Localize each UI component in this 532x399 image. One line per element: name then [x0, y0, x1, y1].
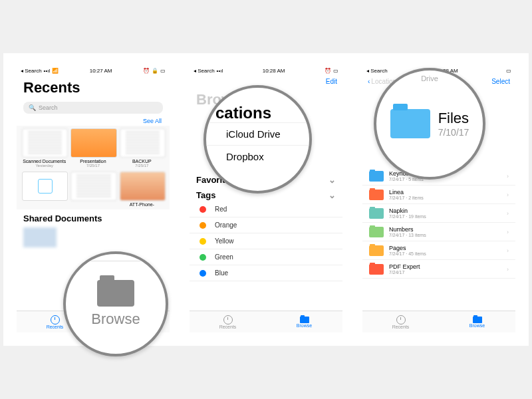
- clock-icon: [223, 315, 233, 325]
- magnifier-locations: cations iCloud Drive Dropbox: [203, 85, 312, 194]
- folder-icon: [390, 109, 430, 138]
- folder-icon: [97, 280, 134, 307]
- folder-icon: [369, 171, 384, 182]
- orientation-lock-icon: 🔒: [152, 68, 158, 74]
- folder-row[interactable]: Linea7/24/17 · 2 items›: [362, 186, 515, 204]
- recent-item[interactable]: Scanned Documents Yesterday: [22, 128, 66, 168]
- tab-browse[interactable]: Browse: [439, 311, 515, 332]
- location-icloud[interactable]: iCloud Drive: [203, 122, 312, 145]
- recents-grid: Scanned Documents Yesterday Presentation…: [17, 126, 170, 209]
- tags-header: Tags: [196, 190, 215, 200]
- tab-browse[interactable]: Browse: [266, 311, 342, 332]
- folder-meta: 7/24/17: [389, 270, 507, 275]
- document-icon: [70, 172, 116, 201]
- folder-meta: 7/24/17 · 19 items: [389, 214, 507, 219]
- chevron-right-icon: ›: [507, 173, 509, 180]
- battery-icon: ▭: [160, 68, 166, 74]
- shared-header: Shared Documents: [23, 213, 102, 223]
- recent-item[interactable]: ATT-Phone-: [120, 172, 164, 207]
- audio-icon: [22, 172, 68, 201]
- folder-meta: 7/24/17 · 13 items: [389, 233, 507, 237]
- folder-icon: [300, 317, 309, 323]
- status-time: 10:28 AM: [263, 68, 285, 74]
- folder-row[interactable]: Pages7/24/17 · 45 items›: [362, 241, 515, 260]
- folder-icon: [369, 264, 384, 275]
- tab-bar: Recents Browse: [362, 311, 515, 332]
- status-bar: ◂ Search••ıl 10:28 AM ⏰▭: [190, 66, 342, 75]
- chevron-right-icon: ›: [507, 266, 509, 273]
- clock-icon: [396, 315, 406, 325]
- document-icon: [22, 128, 68, 158]
- battery-icon: ▭: [333, 68, 338, 74]
- tag-dot-icon: [200, 238, 206, 245]
- locations-header: cations: [206, 104, 271, 122]
- tab-recents[interactable]: Recents: [190, 311, 266, 332]
- see-all-link[interactable]: See All: [17, 116, 170, 126]
- folder-name: Pages: [389, 245, 507, 251]
- folder-name: Files: [438, 110, 469, 127]
- chevron-down-icon[interactable]: ⌄: [329, 175, 336, 185]
- tag-dot-icon: [200, 254, 206, 261]
- alarm-icon: ⏰: [325, 68, 331, 74]
- status-time: 10:27 AM: [90, 68, 112, 74]
- keynote-icon: [70, 128, 116, 158]
- battery-icon: ▭: [506, 68, 511, 74]
- browse-label: Browse: [91, 311, 140, 328]
- recent-item[interactable]: Presentation 7/25/17: [70, 128, 115, 168]
- folder-meta: 7/24/17 · 2 items: [389, 196, 507, 200]
- folder-name: Numbers: [389, 226, 507, 233]
- image-icon: [120, 172, 166, 201]
- tag-row[interactable]: Green: [190, 249, 342, 265]
- tag-dot-icon: [200, 222, 206, 229]
- tag-dot-icon: [200, 206, 206, 213]
- folder-icon: [369, 245, 384, 256]
- magnifier-browse-tab: Browse: [63, 251, 168, 356]
- chevron-right-icon: ›: [507, 229, 509, 235]
- folder-date: 7/10/17: [438, 127, 469, 138]
- alarm-icon: ⏰: [143, 68, 150, 74]
- chevron-right-icon: ›: [507, 192, 509, 198]
- folder-icon: [369, 227, 384, 237]
- recent-item[interactable]: [70, 172, 115, 207]
- page-title: Recents: [17, 75, 170, 99]
- tag-row[interactable]: Orange: [190, 217, 342, 233]
- signal-icon: ••ıl: [217, 68, 223, 74]
- select-button[interactable]: Select: [491, 78, 510, 85]
- tag-row[interactable]: Yellow: [190, 233, 342, 249]
- tag-dot-icon: [200, 270, 206, 277]
- chevron-right-icon: ›: [507, 247, 509, 254]
- wifi-icon: 📶: [52, 68, 59, 74]
- tag-row[interactable]: Red: [190, 201, 342, 217]
- search-icon: 🔍: [29, 104, 36, 111]
- folder-icon: [369, 190, 384, 200]
- folder-meta: 7/24/17 · 5 items: [389, 177, 507, 182]
- recent-item[interactable]: BACKUP 7/25/17: [120, 128, 164, 168]
- folder-row[interactable]: Napkin7/24/17 · 19 items›: [362, 204, 515, 223]
- status-bar: ◂ Search••ıl📶 10:27 AM ⏰🔒▭: [17, 66, 170, 75]
- folder-list: Keynote7/24/17 · 5 items›Linea7/24/17 · …: [362, 167, 515, 279]
- clock-icon: [51, 315, 60, 325]
- document-icon: [120, 128, 166, 158]
- folder-meta: 7/24/17 · 45 items: [389, 251, 507, 256]
- chevron-right-icon: ›: [507, 210, 509, 217]
- tab-recents[interactable]: Recents: [362, 311, 439, 332]
- folder-row[interactable]: Numbers7/24/17 · 13 items›: [362, 223, 515, 241]
- folder-icon: [369, 208, 384, 219]
- folder-name: Linea: [389, 189, 507, 196]
- tag-row[interactable]: Blue: [190, 265, 342, 281]
- signal-icon: ••ıl: [44, 68, 51, 74]
- search-input[interactable]: 🔍 Search: [23, 102, 163, 114]
- edit-button[interactable]: Edit: [326, 78, 337, 85]
- folder-name: Napkin: [389, 207, 507, 214]
- recent-item[interactable]: [22, 172, 66, 207]
- folder-icon: [473, 317, 482, 323]
- folder-row[interactable]: PDF Expert7/24/17›: [362, 260, 515, 279]
- back-search[interactable]: ◂ Search: [366, 68, 388, 74]
- back-search[interactable]: ◂ Search: [194, 68, 215, 74]
- magnifier-files-folder: Drive Files 7/10/17: [374, 68, 485, 180]
- location-dropbox[interactable]: Dropbox: [203, 145, 312, 168]
- chevron-down-icon[interactable]: ⌄: [329, 190, 336, 200]
- back-search[interactable]: ◂ Search: [21, 68, 42, 74]
- tab-bar: Recents Browse: [190, 311, 342, 332]
- folder-name: PDF Expert: [389, 263, 507, 270]
